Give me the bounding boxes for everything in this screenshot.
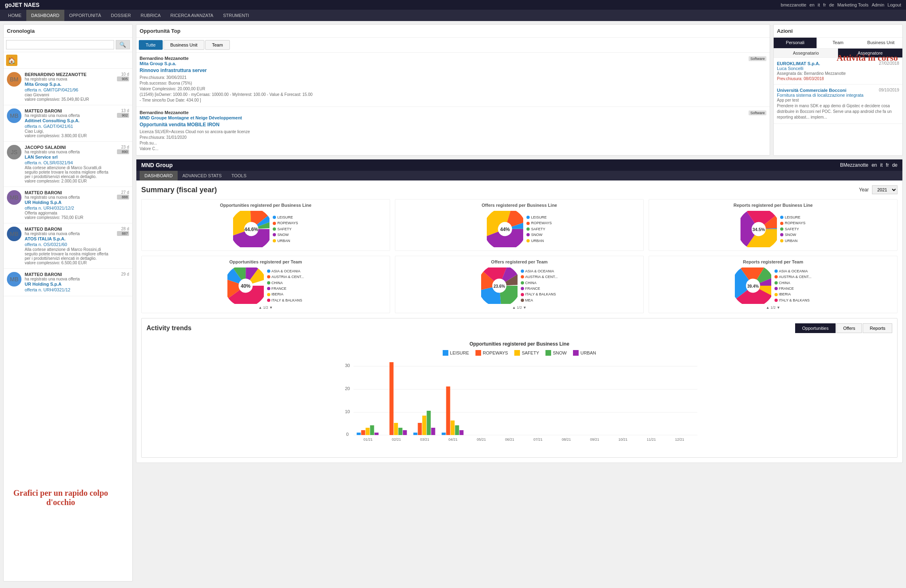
svg-rect-54: [390, 362, 394, 435]
crono-offer-link[interactable]: offerta n. OS/0321/60: [25, 242, 67, 247]
chart-title: Reports registered per Team: [652, 259, 894, 264]
crono-offer-link[interactable]: offerta n. URH/0321/12/2: [25, 206, 74, 210]
crono-company-link[interactable]: ATOS ITALIA S.p.A.: [25, 236, 66, 241]
cronologia-search-button[interactable]: 🔍: [116, 40, 130, 49]
azione-company-link[interactable]: Università Commerciale Bocconi: [777, 88, 847, 93]
chart-legend: LEISURE ROPEWAYS SAFETY SNOW URBAN: [780, 214, 805, 244]
mnd-nav-dashboard[interactable]: DASHBOARD: [140, 171, 178, 180]
logout-link[interactable]: Logout: [887, 2, 901, 7]
chart-area: 39.4% ASIA & OCEANIA AUSTRIA & CENT... C…: [652, 267, 894, 304]
legend-color: [573, 350, 579, 356]
lang-fr[interactable]: fr: [823, 2, 826, 7]
svg-rect-63: [431, 428, 435, 435]
chart-title: Offers registered per Business Line: [399, 203, 640, 208]
lang-de[interactable]: de: [829, 2, 834, 7]
nav-dossier[interactable]: DOSSIER: [106, 10, 136, 21]
svg-text:03/21: 03/21: [420, 437, 429, 442]
azioni-subtab-assegnatore[interactable]: Assegnatore: [838, 49, 902, 57]
azione-date: 09/10/2019: [879, 88, 899, 93]
list-item: BM BERNARDINO MEZZANOTTE ha registrato u…: [4, 69, 132, 105]
crono-company-link[interactable]: UR Holding S.p.A: [25, 200, 62, 205]
crono-value: valore complessivo: 3.800,00 EUR: [25, 134, 114, 138]
svg-rect-56: [399, 428, 403, 435]
azioni-tab-team[interactable]: Team: [817, 38, 859, 48]
azioni-tab-personali[interactable]: Personali: [774, 38, 817, 48]
svg-text:40%: 40%: [241, 283, 250, 289]
bar-chart-area: Opportunities registered per Business Li…: [146, 338, 892, 452]
nav-home[interactable]: HOME: [3, 10, 26, 21]
crono-company-link[interactable]: UR Holding S.p.A: [25, 282, 62, 287]
opp-company-link[interactable]: Mita Group S.p.a.: [140, 61, 176, 66]
mnd-nav-tools[interactable]: TOOLS: [227, 171, 251, 180]
legend-label: SAFETY: [522, 350, 539, 355]
crono-offer-link[interactable]: offerta n. GMITGP/0421/96: [25, 87, 78, 92]
mnd-lang-de[interactable]: de: [892, 162, 898, 168]
chart-offers-business-line: Offers registered per Business Line 44%: [395, 199, 644, 251]
crono-note: ciao Giovanni: [25, 93, 114, 97]
mnd-year-select[interactable]: 2021: [872, 185, 898, 194]
opp-detail: Prev.chiusura: 30/06/2021 Prob.successo:…: [140, 75, 766, 103]
nav-strumenti[interactable]: STRUMENTI: [218, 10, 254, 21]
list-item: MB MATTEO BARONI ha registrato una nuova…: [4, 105, 132, 142]
azione-person-link[interactable]: Luca Soncelli: [777, 66, 803, 71]
crono-value: valore complessivo: 6.500,00 EUR: [25, 261, 114, 265]
azioni-main-tabs: Personali Team Business Unit: [774, 38, 902, 49]
admin-link[interactable]: Admin: [872, 2, 884, 7]
azione-person-link[interactable]: Fornitura sistema di localizzazione inte…: [777, 93, 864, 98]
nav-opportunita[interactable]: OPPORTUNITÀ: [64, 10, 106, 21]
opp-title-link[interactable]: Rinnovo infrastruttura server: [140, 68, 766, 73]
tab-tutte[interactable]: Tutte: [139, 40, 163, 50]
legend-item-leisure: LEISURE: [443, 350, 469, 356]
chart-area: 23.6% ASIA & OCEANIA AUSTRIA & CENT... C…: [399, 267, 640, 304]
tab-team[interactable]: Team: [205, 40, 230, 50]
mnd-lang-en[interactable]: en: [872, 162, 877, 168]
nav-ricerca[interactable]: RICERCA AVANZATA: [165, 10, 218, 21]
lang-it[interactable]: it: [818, 2, 820, 7]
opp-title-link[interactable]: Opportunità vendita MOBILE IRON: [140, 122, 766, 127]
nav-dashboard[interactable]: DASHBOARD: [26, 10, 64, 21]
azioni-subtab-assegnatario[interactable]: Assegnatario: [774, 49, 838, 57]
crono-offer-link[interactable]: offerta n. GADT/0421/61: [25, 124, 73, 129]
svg-text:10: 10: [345, 409, 350, 414]
crono-offer-link[interactable]: offerta n. URH/0321/12: [25, 287, 70, 292]
svg-rect-62: [427, 411, 431, 435]
svg-text:30: 30: [345, 363, 350, 368]
crono-action: ha registrato una nuova offerta: [25, 277, 114, 281]
azioni-title: Azioni: [774, 25, 902, 38]
crono-company-link[interactable]: LAN Service srl: [25, 155, 57, 159]
azione-company-link[interactable]: EUROKLIMAT S.p.A.: [777, 61, 820, 66]
svg-text:39.4%: 39.4%: [747, 284, 759, 289]
svg-rect-50: [370, 425, 374, 435]
list-item: Università Commerciale Bocconi 09/10/201…: [774, 85, 902, 124]
mnd-topbar-right: BMezzanotte en it fr de: [840, 162, 898, 168]
chart-legend: ASIA & OCEANIA AUSTRIA & CENT... CHINA F…: [521, 268, 558, 303]
tab-business-unit[interactable]: Business Unit: [163, 40, 204, 50]
marketing-tools-link[interactable]: Marketing Tools: [837, 2, 868, 7]
azioni-tab-business-unit[interactable]: Business Unit: [859, 38, 902, 48]
opp-company-link[interactable]: MND Groupe Montagne et Neige Développeme…: [140, 115, 242, 120]
svg-text:12/21: 12/21: [675, 437, 684, 442]
trends-tab-offers[interactable]: Offers: [836, 323, 862, 333]
lang-en[interactable]: en: [810, 2, 815, 7]
mnd-navbar: DASHBOARD ADVANCED STATS TOOLS: [136, 171, 902, 180]
mnd-nav-advanced-stats[interactable]: ADVANCED STATS: [178, 171, 227, 180]
crono-offer-link[interactable]: offerta n. OLSR/0321/94: [25, 160, 73, 165]
mnd-lang-fr[interactable]: fr: [886, 162, 889, 168]
mnd-content: Summary (fiscal year) Year 2021 Opportu: [136, 180, 902, 463]
chart-title: Opportunities registered per Team: [145, 259, 386, 264]
mnd-logo: MND Group: [141, 162, 173, 168]
avatar: MB: [7, 272, 21, 287]
trends-header: Activity trends Opportunities Offers Rep…: [146, 323, 892, 333]
bar-legend: LEISURE ROPEWAYS SAFETY: [146, 350, 892, 356]
home-icon[interactable]: 🏠: [6, 55, 17, 66]
mnd-lang-it[interactable]: it: [880, 162, 883, 168]
chart-area: 44% LEISURE ROPEWAYS SAFETY SNOW URBAN: [399, 211, 640, 247]
list-item: MB MATTEO BARONI ha registrato una nuova…: [4, 187, 132, 223]
crono-note: Offerta aggiornata: [25, 211, 114, 215]
trends-tab-opportunities[interactable]: Opportunities: [795, 323, 835, 333]
crono-company-link[interactable]: Mita Group S.p.a.: [25, 82, 61, 87]
nav-rubrica[interactable]: RUBRICA: [136, 10, 165, 21]
crono-company-link[interactable]: Aditinet Consulting S.p.A.: [25, 118, 80, 123]
cronologia-search-input[interactable]: [6, 40, 114, 49]
trends-tab-reports[interactable]: Reports: [863, 323, 892, 333]
